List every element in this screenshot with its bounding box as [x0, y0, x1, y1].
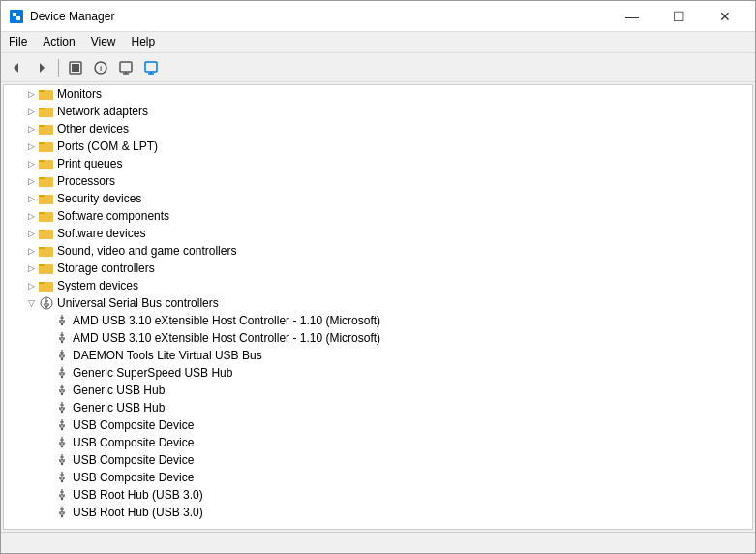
folder-icon-ports	[39, 138, 54, 154]
display-button[interactable]	[139, 57, 163, 78]
tree-item-storage[interactable]: ▷ Storage controllers	[4, 260, 752, 277]
update-driver-button[interactable]	[114, 57, 137, 78]
expand-icon-processors[interactable]: ▷	[23, 173, 39, 189]
usb-device-icon-1	[54, 313, 70, 328]
show-hide-button[interactable]	[64, 57, 87, 78]
properties-button[interactable]: i	[89, 57, 112, 78]
tree-item-usb3[interactable]: DAEMON Tools Lite Virtual USB Bus	[4, 347, 752, 364]
expand-icon-usb10	[39, 470, 54, 485]
tree-item-usb12[interactable]: USB Root Hub (USB 3.0)	[4, 504, 752, 521]
tree-item-usb5[interactable]: Generic USB Hub	[4, 382, 752, 399]
tree-item-ports[interactable]: ▷ Ports (COM & LPT)	[4, 138, 752, 155]
expand-icon-storage[interactable]: ▷	[23, 261, 39, 276]
svg-rect-38	[39, 214, 53, 222]
svg-point-53	[61, 323, 63, 325]
svg-marker-4	[40, 63, 45, 73]
svg-rect-32	[39, 179, 53, 187]
usb-icon-root	[39, 295, 54, 311]
expand-icon-printq[interactable]: ▷	[23, 156, 39, 171]
usb5-label: Generic USB Hub	[73, 384, 165, 397]
security-label: Security devices	[57, 192, 141, 205]
monitors-label: Monitors	[57, 87, 102, 101]
svg-rect-23	[39, 127, 53, 135]
expand-icon-usb[interactable]: ▽	[23, 295, 39, 311]
minimize-button[interactable]: —	[610, 5, 654, 28]
expand-icon-security[interactable]: ▷	[23, 191, 39, 206]
app-icon	[9, 9, 24, 24]
folder-icon-storage	[39, 261, 54, 276]
tree-item-monitors[interactable]: ▷ Monitors	[4, 85, 752, 103]
maximize-button[interactable]: ☐	[656, 5, 701, 28]
sound-label: Sound, video and game controllers	[57, 244, 236, 258]
back-button[interactable]	[5, 57, 28, 78]
tree-item-security[interactable]: ▷ Security devices	[4, 190, 752, 207]
menu-view[interactable]: View	[83, 34, 124, 50]
tree-item-sound[interactable]: ▷ Sound, video and game controllers	[4, 242, 752, 260]
folder-icon-processors	[39, 173, 54, 189]
expand-icon-network[interactable]: ▷	[23, 104, 39, 119]
folder-icon-printq	[39, 156, 54, 171]
tree-item-system[interactable]: ▷ System devices	[4, 277, 752, 294]
usb4-label: Generic SuperSpeed USB Hub	[73, 366, 232, 380]
tree-item-usb8[interactable]: USB Composite Device	[4, 434, 752, 451]
expand-icon-system[interactable]: ▷	[23, 278, 39, 293]
svg-rect-47	[39, 266, 53, 274]
storage-label: Storage controllers	[57, 262, 155, 275]
folder-icon-security	[39, 191, 54, 206]
expand-icon-ports[interactable]: ▷	[23, 138, 39, 154]
svg-point-58	[61, 411, 63, 413]
usb9-label: USB Composite Device	[73, 453, 194, 467]
folder-icon-softcomp	[39, 208, 54, 224]
expand-icon-sound[interactable]: ▷	[23, 243, 39, 259]
expand-icon-other[interactable]: ▷	[23, 121, 39, 137]
svg-rect-2	[16, 16, 20, 20]
svg-rect-12	[145, 62, 157, 72]
tree-item-usb7[interactable]: USB Composite Device	[4, 416, 752, 434]
tree-item-usb10[interactable]: USB Composite Device	[4, 469, 752, 486]
status-bar	[1, 532, 755, 553]
title-bar: Device Manager — ☐ ✕	[1, 1, 755, 32]
forward-button[interactable]	[30, 57, 53, 78]
close-button[interactable]: ✕	[703, 5, 747, 28]
usb-device-icon-6	[54, 400, 70, 416]
folder-icon-sound	[39, 243, 54, 259]
tree-item-usb4[interactable]: Generic SuperSpeed USB Hub	[4, 364, 752, 382]
tree-item-softcomp[interactable]: ▷ Software components	[4, 207, 752, 225]
tree-item-usb1[interactable]: AMD USB 3.10 eXtensible Host Controller …	[4, 312, 752, 329]
menu-file[interactable]: File	[1, 34, 35, 50]
menu-bar: File Action View Help	[1, 32, 755, 53]
usb3-label: DAEMON Tools Lite Virtual USB Bus	[73, 349, 262, 362]
usb-device-icon-10	[54, 470, 70, 485]
folder-icon-system	[39, 278, 54, 293]
usb2-label: AMD USB 3.10 eXtensible Host Controller …	[73, 331, 380, 345]
softcomp-label: Software components	[57, 209, 169, 223]
tree-item-printq[interactable]: ▷ Print queues	[4, 155, 752, 172]
svg-point-64	[61, 515, 63, 517]
svg-rect-20	[39, 109, 53, 117]
menu-help[interactable]: Help	[124, 34, 164, 50]
svg-point-63	[61, 498, 63, 500]
menu-action[interactable]: Action	[35, 34, 82, 50]
softdev-label: Software devices	[57, 227, 145, 240]
system-label: System devices	[57, 279, 138, 292]
svg-rect-44	[39, 249, 53, 257]
tree-item-processors[interactable]: ▷ Processors	[4, 172, 752, 190]
expand-icon-usb6	[39, 400, 54, 416]
tree-item-softdev[interactable]: ▷ Software devices	[4, 225, 752, 242]
tree-item-usb9[interactable]: USB Composite Device	[4, 451, 752, 469]
expand-icon-softcomp[interactable]: ▷	[23, 208, 39, 224]
tree-item-usb2[interactable]: AMD USB 3.10 eXtensible Host Controller …	[4, 329, 752, 347]
expand-icon-softdev[interactable]: ▷	[23, 226, 39, 241]
title-bar-left: Device Manager	[9, 9, 114, 24]
device-tree[interactable]: ▷ Monitors ▷	[3, 84, 753, 530]
expand-icon-usb2	[39, 330, 54, 346]
expand-icon-monitors[interactable]: ▷	[23, 86, 39, 102]
tree-item-usb11[interactable]: USB Root Hub (USB 3.0)	[4, 486, 752, 504]
usb-device-icon-12	[54, 505, 70, 520]
svg-rect-26	[39, 144, 53, 152]
tree-item-usb[interactable]: ▽ Universal Serial Bus controllers	[4, 294, 752, 312]
usb7-label: USB Composite Device	[73, 418, 194, 432]
tree-item-other[interactable]: ▷ Other devices	[4, 120, 752, 138]
tree-item-network[interactable]: ▷ Network adapters	[4, 103, 752, 120]
tree-item-usb6[interactable]: Generic USB Hub	[4, 399, 752, 416]
